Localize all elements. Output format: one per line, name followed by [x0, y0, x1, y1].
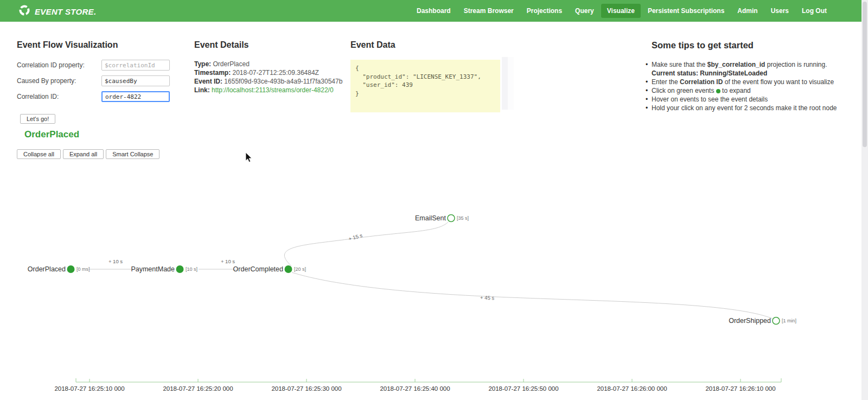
node-paymentmade-label: PaymentMade [131, 265, 175, 273]
node-paymentmade[interactable]: PaymentMade [10 s] [131, 265, 197, 273]
timeline-tick-label: 2018-07-27 16:25:10 000 [54, 385, 124, 392]
node-paymentmade-time: [10 s] [186, 266, 197, 272]
node-ordercompleted-label: OrderCompleted [233, 265, 283, 273]
node-orderplaced-time: [0 ms] [76, 266, 90, 272]
node-orderplaced[interactable]: OrderPlaced [0 ms] [28, 265, 90, 273]
node-emailsent-circle-icon[interactable] [448, 215, 455, 222]
timeline-tick-label: 2018-07-27 16:25:50 000 [488, 385, 558, 392]
edge-label-15s: + 15 s [348, 232, 363, 242]
timeline-tick-label: 2018-07-27 16:25:20 000 [163, 385, 233, 392]
timeline-tick-label: 2018-07-27 16:26:10 000 [705, 385, 775, 392]
node-emailsent[interactable]: EmailSent [35 s] [415, 214, 469, 222]
node-ordershipped[interactable]: OrderShipped [1 min] [729, 317, 796, 325]
edge-label-10s-2: + 10 s [221, 258, 235, 264]
node-ordershipped-circle-icon[interactable] [773, 318, 780, 325]
node-paymentmade-dot-icon[interactable] [176, 265, 184, 273]
node-emailsent-label: EmailSent [415, 214, 446, 222]
page-scrollbar-thumb[interactable] [863, 2, 867, 147]
edge-ordercompleted-ordershipped [292, 272, 773, 319]
timeline-tick-label: 2018-07-27 16:25:30 000 [271, 385, 341, 392]
timeline-tick-label: 2018-07-27 16:25:40 000 [380, 385, 450, 392]
event-flow-graph: + 10 s + 10 s + 15 s + 45 s OrderPlaced … [0, 0, 868, 400]
node-ordershipped-time: [1 min] [782, 318, 796, 323]
node-orderplaced-dot-icon[interactable] [67, 265, 75, 273]
node-emailsent-time: [35 s] [457, 215, 469, 221]
node-ordercompleted-dot-icon[interactable] [285, 265, 292, 273]
mouse-cursor-icon [245, 152, 253, 163]
node-ordercompleted[interactable]: OrderCompleted [20 s] [233, 265, 306, 273]
edge-label-45s: + 45 s [480, 295, 495, 301]
edge-ordercompleted-emailsent [284, 222, 448, 266]
node-ordershipped-label: OrderShipped [729, 317, 771, 325]
timeline-tick-label: 2018-07-27 16:26:00 000 [597, 385, 667, 392]
node-orderplaced-label: OrderPlaced [28, 265, 66, 273]
edge-label-10s-1: + 10 s [108, 258, 123, 264]
node-ordercompleted-time: [20 s] [294, 266, 306, 272]
timeline-axis: 2018-07-27 16:25:10 000 2018-07-27 16:25… [54, 378, 781, 392]
